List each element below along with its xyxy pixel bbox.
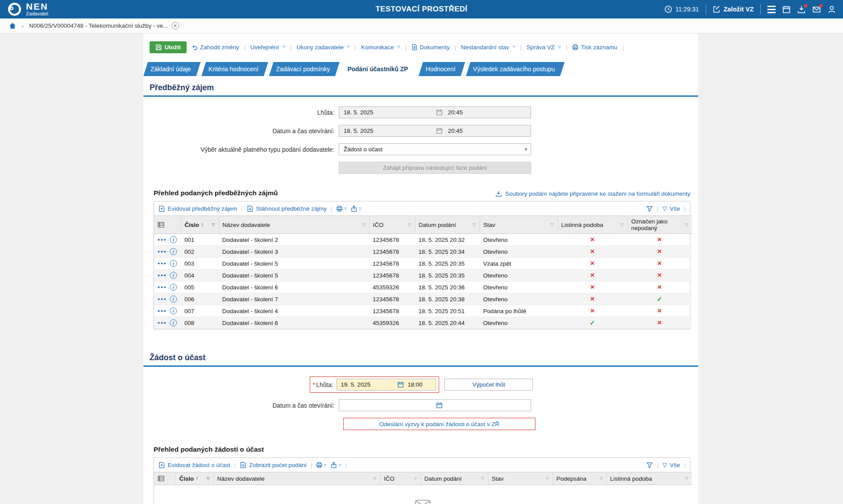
opening-datetime-field[interactable]: 18. 5. 2025 20:45 <box>339 125 531 137</box>
column-filter-icon[interactable]: ▽ <box>408 223 411 227</box>
calendar-icon[interactable] <box>397 381 404 388</box>
info-icon[interactable] <box>170 307 177 314</box>
column-filter-icon[interactable]: ▽ <box>551 223 554 227</box>
opening-time-value[interactable]: 20:45 <box>443 128 531 134</box>
close-icon[interactable]: ✕ <box>172 22 179 29</box>
info-icon[interactable] <box>170 236 177 243</box>
row-actions-icon[interactable] <box>158 309 167 313</box>
print-grid-button[interactable]: ▽ <box>336 205 347 212</box>
column-filter-icon[interactable]: ▽ <box>374 476 377 481</box>
column-filter-icon[interactable]: ▽ <box>363 223 366 227</box>
tab-kriteria-hodnoceni[interactable]: Kritéria hodnocení <box>202 62 268 76</box>
table-row[interactable]: 005 Dodavatel - školení 6 45359326 18. 5… <box>154 281 692 293</box>
info-icon[interactable] <box>170 296 177 303</box>
column-filter-icon[interactable]: ▽ <box>621 223 624 227</box>
row-actions-icon[interactable] <box>158 249 167 254</box>
submission-type-select[interactable]: Žádost o účast ▾ <box>339 143 531 155</box>
export-grid-button[interactable]: ▽ <box>330 462 341 468</box>
table-row[interactable]: 008 Dodavatel - školení 6 45359326 18. 5… <box>154 317 692 329</box>
row-actions-icon[interactable] <box>158 261 167 266</box>
row-actions-icon[interactable] <box>158 273 167 278</box>
row-actions-icon[interactable] <box>158 297 167 301</box>
downloads-button[interactable] <box>797 5 806 14</box>
column-filter-icon[interactable]: ▽ <box>207 476 210 481</box>
grid-settings-column[interactable] <box>154 216 181 234</box>
deadline-datetime-field[interactable]: 18. 5. 2025 20:45 <box>339 106 531 118</box>
deadline-date-value[interactable]: 18. 5. 2025 <box>339 109 436 116</box>
calculate-deadlines-button[interactable]: Výpočet lhůt <box>444 379 533 391</box>
filter-button[interactable] <box>646 205 653 212</box>
row-actions-icon[interactable] <box>158 237 167 242</box>
tab-vysledek-zadavaciho-postupu[interactable]: Výsledek zadávacího postupu <box>466 62 564 76</box>
brand[interactable]: NEN Zadavatel <box>7 2 48 17</box>
communication-menu[interactable]: Komunikace <box>361 44 400 51</box>
column-filter-icon[interactable]: ▽ <box>685 223 688 227</box>
participation-deadline-field[interactable]: 19. 5. 2025 18:00 <box>337 379 436 391</box>
column-filter-icon[interactable]: ▽ <box>473 223 476 227</box>
column-header-stav[interactable]: Stav▽ <box>480 216 557 234</box>
opening-date-value[interactable]: 18. 5. 2025 <box>339 128 436 134</box>
home-icon[interactable] <box>9 22 16 29</box>
column-filter-icon[interactable]: ▽ <box>685 476 688 481</box>
deadline-date-value[interactable]: 19. 5. 2025 <box>337 381 397 388</box>
register-preliminary-button[interactable]: Evidovat předběžný zájem <box>158 205 237 212</box>
show-submission-count-button[interactable]: Zobrazit počet podání <box>240 462 307 468</box>
filter-preset-all[interactable]: ▽ Vše <box>663 205 680 212</box>
table-row[interactable]: 007 Dodavatel - školení 4 12345678 18. 5… <box>154 305 692 317</box>
row-actions-icon[interactable] <box>158 321 167 325</box>
deadline-time-value[interactable]: 18:00 <box>404 381 436 388</box>
profile-button[interactable] <box>828 5 836 14</box>
column-header-stav[interactable]: Stav▽ <box>488 472 553 485</box>
messages-button[interactable] <box>812 5 821 14</box>
column-header-cislo[interactable]: Číslo↑▽ <box>181 216 219 234</box>
start-next-phase-button[interactable]: Zahájit přípravu následující fáze podání <box>339 162 531 174</box>
contracting-tasks-menu[interactable]: Úkony zadavatele <box>297 44 350 51</box>
column-header-podepsana[interactable]: Podepsána▽ <box>553 472 606 485</box>
register-participation-button[interactable]: Evidovat žádost o účast <box>158 462 231 468</box>
table-row[interactable]: 002 Dodavatel - školení 3 12345678 18. 5… <box>154 246 692 258</box>
vz-admin-menu[interactable]: Správa VZ <box>527 44 561 51</box>
table-row[interactable]: 001 Dodavatel - školení 2 12345678 18. 5… <box>154 234 692 246</box>
breadcrumb-item[interactable]: N006/25/V00004748 - Telekomunikační služ… <box>29 22 179 29</box>
filter-button[interactable] <box>646 462 653 468</box>
tab-hodnoceni[interactable]: Hodnocení <box>418 62 465 76</box>
calendar-icon[interactable] <box>436 128 443 134</box>
send-invitation-button[interactable]: Odeslání výzvy k podání žádosti o účast … <box>343 418 535 430</box>
info-icon[interactable] <box>170 319 177 326</box>
tab-zadavaci-podminky[interactable]: Zadávací podmínky <box>269 62 339 76</box>
column-header-nazev-dodavatele[interactable]: Název dodavatele▽ <box>219 216 369 234</box>
info-icon[interactable] <box>170 248 177 255</box>
participation-opening-field[interactable] <box>339 399 531 411</box>
save-button[interactable]: Uložit <box>150 41 187 53</box>
column-filter-icon[interactable]: ▽ <box>546 476 549 481</box>
column-filter-icon[interactable]: ▽ <box>414 476 417 481</box>
column-filter-icon[interactable]: ▽ <box>600 476 603 481</box>
table-row[interactable]: 003 Dodavatel - školení 5 12345678 18. 5… <box>154 258 692 270</box>
column-header-ico[interactable]: IČO▽ <box>369 216 415 234</box>
filter-preset-all[interactable]: ▽ Vše <box>663 461 680 468</box>
export-grid-button[interactable]: ▽ <box>351 205 361 212</box>
info-icon[interactable] <box>170 272 177 279</box>
publish-menu[interactable]: Uveřejnění <box>250 44 285 51</box>
calendar-icon[interactable] <box>436 109 443 116</box>
column-filter-icon[interactable]: ▽ <box>212 223 215 227</box>
download-preliminary-button[interactable]: Stáhnout předběžné zájmy <box>247 205 327 212</box>
calendar-icon[interactable] <box>436 402 443 409</box>
info-icon[interactable] <box>170 284 177 291</box>
tab-podani-ucastniku-zp[interactable]: Podání účastníků ZP <box>341 62 418 76</box>
print-grid-button[interactable]: ▽ <box>316 462 326 468</box>
row-actions-icon[interactable] <box>158 285 167 289</box>
column-header-listinna-podoba[interactable]: Listinná podoba▽ <box>606 472 692 485</box>
discard-changes-button[interactable]: Zahodit změny <box>191 44 239 51</box>
column-header-nazev-dodavatele[interactable]: Název dodavatele▽ <box>213 472 380 485</box>
create-vz-button[interactable]: Založit VZ <box>713 5 754 13</box>
table-row[interactable]: 006 Dodavatel - školení 7 12345678 18. 5… <box>154 293 692 305</box>
print-record-button[interactable]: Tisk záznamu <box>572 44 617 51</box>
column-header-oznacen-jako-nepodany[interactable]: Označen jako nepodaný▽ <box>627 216 692 234</box>
column-filter-icon[interactable]: ▽ <box>481 476 484 481</box>
column-header-datum-podani[interactable]: Datum podání▽ <box>421 472 488 485</box>
deadline-time-value[interactable]: 20:45 <box>443 109 531 116</box>
column-header-cislo[interactable]: Číslo↑▽ <box>176 472 213 485</box>
documents-button[interactable]: Dokumenty <box>411 44 450 51</box>
grid-settings-column[interactable] <box>154 472 176 485</box>
